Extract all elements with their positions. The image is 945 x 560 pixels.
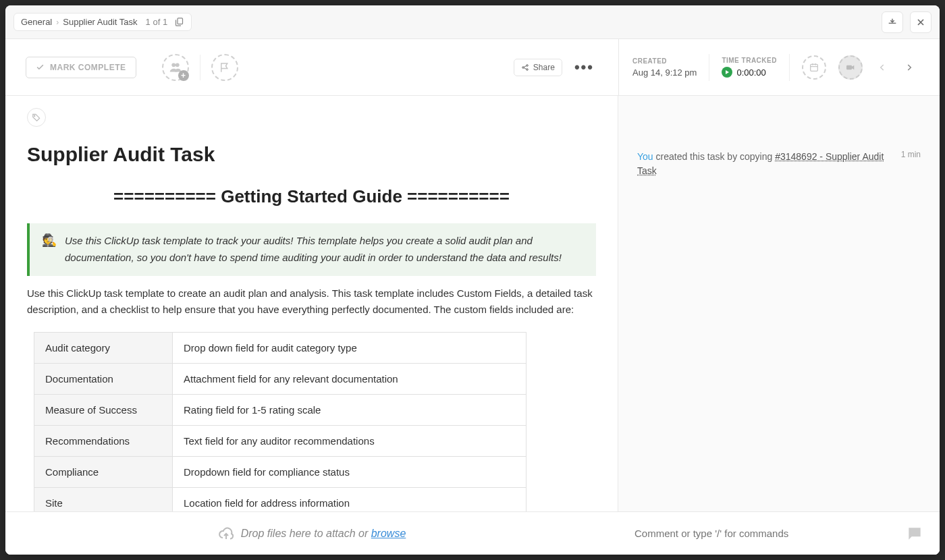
- breadcrumb-task[interactable]: Supplier Audit Task: [63, 17, 137, 27]
- next-task-button[interactable]: [902, 59, 917, 76]
- task-toolbar: MARK COMPLETE + Share ••• CREATED Aug 14…: [5, 39, 940, 96]
- intro-paragraph: Use this ClickUp task template to create…: [27, 285, 596, 319]
- field-desc: Text field for any auditor recommendatio…: [173, 426, 526, 457]
- field-name: Recommendations: [34, 426, 173, 457]
- topbar-actions: [882, 11, 932, 33]
- callout-block: 🕵️ Use this ClickUp task template to tra…: [27, 223, 596, 276]
- field-desc: Drop down field for audit category type: [173, 333, 526, 364]
- main-pane: Supplier Audit Task ========== Getting S…: [5, 96, 618, 555]
- created-label: CREATED: [632, 57, 697, 65]
- svg-rect-0: [178, 18, 183, 24]
- chevron-right-icon: ›: [56, 18, 59, 27]
- more-actions-button[interactable]: •••: [570, 59, 598, 76]
- separator: [200, 55, 200, 80]
- callout-text: Use this ClickUp task template to track …: [65, 233, 584, 267]
- mark-complete-button[interactable]: MARK COMPLETE: [26, 57, 136, 78]
- svg-point-1: [171, 63, 176, 67]
- table-row: RecommendationsText field for any audito…: [34, 426, 526, 457]
- task-title[interactable]: Supplier Audit Task: [27, 143, 596, 166]
- activity-pane: You created this task by copying #314869…: [618, 96, 940, 555]
- comment-icon: [906, 525, 923, 542]
- cloud-upload-icon: [218, 526, 234, 542]
- table-row: Audit categoryDrop down field for audit …: [34, 333, 526, 364]
- breadcrumb-count: 1 of 1: [146, 17, 168, 27]
- svg-rect-7: [846, 65, 852, 69]
- dropzone-text: Drop files here to attach or: [241, 528, 371, 539]
- svg-point-8: [34, 115, 34, 116]
- field-desc: Dropdown field for compliance status: [173, 457, 526, 488]
- created-meta: CREATED Aug 14, 9:12 pm: [632, 57, 697, 78]
- breadcrumb-parent[interactable]: General: [21, 17, 52, 27]
- breadcrumb-bar: General › Supplier Audit Task 1 of 1: [5, 5, 940, 39]
- activity-entry: You created this task by copying #314869…: [618, 96, 940, 178]
- tags-button[interactable]: [27, 108, 46, 127]
- custom-fields-table: Audit categoryDrop down field for audit …: [34, 332, 526, 519]
- attachment-dropzone[interactable]: Drop files here to attach or browse: [5, 511, 618, 555]
- field-desc: Rating field for 1-5 rating scale: [173, 395, 526, 426]
- table-row: DocumentationAttachment field for any re…: [34, 364, 526, 395]
- plus-badge-icon: +: [178, 70, 189, 81]
- detective-icon: 🕵️: [42, 233, 57, 267]
- comment-bar: [618, 511, 940, 555]
- separator: [709, 54, 709, 81]
- created-value: Aug 14, 9:12 pm: [632, 67, 697, 78]
- activity-action: created this task by copying: [653, 151, 776, 162]
- doc-heading: ========== Getting Started Guide =======…: [27, 186, 596, 207]
- svg-point-2: [175, 63, 179, 67]
- time-tracked-meta: TIME TRACKED 0:00:00: [722, 57, 777, 78]
- task-body: Supplier Audit Task ========== Getting S…: [5, 96, 940, 555]
- browse-link[interactable]: browse: [371, 528, 406, 539]
- task-modal: General › Supplier Audit Task 1 of 1 MAR…: [5, 5, 940, 555]
- share-label: Share: [533, 63, 555, 72]
- mark-complete-label: MARK COMPLETE: [50, 63, 126, 72]
- record-clip-button[interactable]: [838, 55, 863, 80]
- field-name: Measure of Success: [34, 395, 173, 426]
- separator: [789, 54, 790, 81]
- copy-link-icon[interactable]: [174, 17, 184, 27]
- share-button[interactable]: Share: [514, 59, 562, 76]
- time-tracked-label: TIME TRACKED: [722, 57, 777, 64]
- field-desc: Attachment field for any relevant docume…: [173, 364, 526, 395]
- dates-button[interactable]: [802, 55, 826, 80]
- comment-input[interactable]: [634, 528, 906, 539]
- field-name: Documentation: [34, 364, 173, 395]
- field-name: Audit category: [34, 333, 173, 364]
- breadcrumb: General › Supplier Audit Task 1 of 1: [14, 13, 192, 31]
- activity-actor: You: [637, 151, 653, 162]
- svg-rect-6: [811, 64, 818, 71]
- activity-time: 1 min: [901, 150, 921, 178]
- time-tracked-value: 0:00:00: [736, 67, 765, 78]
- play-icon[interactable]: [722, 67, 732, 78]
- table-row: ComplianceDropdown field for compliance …: [34, 457, 526, 488]
- assignees-button[interactable]: +: [162, 54, 189, 81]
- close-button[interactable]: [910, 11, 932, 33]
- field-name: Compliance: [34, 457, 173, 488]
- collapse-button[interactable]: [882, 11, 903, 33]
- priority-button[interactable]: [211, 54, 238, 81]
- prev-task-button[interactable]: [875, 59, 890, 76]
- table-row: Measure of SuccessRating field for 1-5 r…: [34, 395, 526, 426]
